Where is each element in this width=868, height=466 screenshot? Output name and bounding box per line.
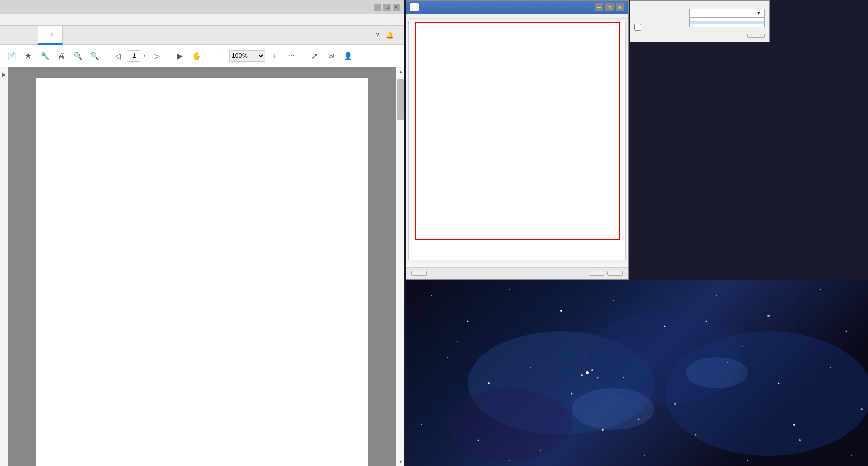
wizard-finish-button[interactable]	[589, 271, 604, 276]
pdf-col2	[210, 98, 342, 104]
divider-1	[106, 51, 106, 61]
pdf-left-sidebar: ▶	[0, 67, 8, 466]
tools-button[interactable]: 🔧	[37, 49, 52, 63]
page-number-input[interactable]	[127, 50, 141, 62]
space-background	[406, 280, 868, 466]
close-button[interactable]: ✕	[393, 4, 400, 11]
zoom-in-btn2[interactable]: +	[267, 49, 282, 63]
scraping-method-dropdown[interactable]: ▼	[689, 9, 765, 18]
svg-point-19	[674, 403, 676, 405]
zoom-out-btn2[interactable]: −	[212, 49, 227, 63]
hand-tool[interactable]: ✋	[189, 49, 204, 63]
dropdown-item-ocr[interactable]	[690, 24, 764, 27]
svg-point-25	[478, 440, 479, 441]
scroll-up-icon[interactable]: ▲	[396, 67, 404, 76]
svg-point-28	[644, 455, 645, 456]
wizard-close-button[interactable]: ✕	[616, 3, 624, 11]
svg-point-7	[560, 310, 562, 312]
tab-bar-right: ? 🔔	[376, 31, 400, 39]
dropdown-display[interactable]: ▼	[689, 9, 765, 18]
svg-point-8	[613, 300, 614, 301]
pdf-viewer: ─ □ ✕ ✕ ? 🔔 📄 ★ 🔧	[0, 0, 404, 466]
svg-point-2	[447, 388, 572, 461]
tab-document[interactable]: ✕	[38, 26, 63, 45]
scroll-thumb[interactable]	[397, 79, 404, 120]
sidebar-expand-icon[interactable]: ▶	[2, 71, 6, 77]
svg-point-4	[431, 295, 432, 296]
bookmark-button[interactable]: ★	[21, 49, 35, 63]
dropdown-arrow-icon: ▼	[756, 10, 761, 16]
pdf-page	[36, 78, 368, 466]
title-bar-controls: ─ □ ✕	[374, 4, 400, 11]
svg-point-5	[467, 321, 469, 322]
svg-point-39	[742, 346, 743, 347]
mail-button[interactable]: ✉	[324, 49, 338, 63]
wizard-preview-label	[406, 14, 628, 19]
svg-point-30	[747, 460, 748, 461]
pdf-col1	[62, 98, 194, 104]
svg-point-31	[799, 439, 801, 441]
help-icon[interactable]: ?	[376, 31, 379, 39]
user-button[interactable]: 👤	[340, 49, 355, 63]
zoom-out-button[interactable]: 🔍	[70, 49, 85, 63]
divider-4	[303, 51, 303, 61]
tab-bar: ✕ ? 🔔	[0, 26, 404, 45]
minimize-button[interactable]: ─	[374, 4, 381, 11]
tab-home[interactable]	[4, 26, 21, 45]
wizard-logo	[410, 3, 419, 11]
wizard-help-button[interactable]	[411, 271, 427, 276]
svg-point-10	[716, 295, 717, 296]
prev-page-button[interactable]: ◁	[110, 49, 125, 63]
svg-point-41	[509, 460, 510, 461]
svg-point-22	[830, 367, 831, 368]
svg-point-13	[846, 331, 847, 332]
scroll-down-icon[interactable]: ▼	[396, 458, 404, 466]
svg-point-21	[778, 383, 780, 384]
pdf-scrollbar[interactable]: ▲ ▼	[396, 67, 404, 466]
select-tool[interactable]: ▶	[173, 49, 187, 63]
svg-point-42	[706, 321, 707, 322]
more-tools[interactable]: ⋯	[284, 49, 298, 63]
refresh-button[interactable]	[747, 34, 765, 38]
scraping-options-panel: ▼	[630, 0, 770, 42]
svg-point-18	[623, 377, 624, 378]
svg-point-23	[861, 408, 863, 410]
pdf-columns-lower	[62, 135, 342, 140]
zoom-in-button[interactable]: 🔍	[87, 49, 102, 63]
wizard-copy-button[interactable]	[607, 271, 623, 276]
svg-point-36	[597, 377, 599, 379]
tab-tools[interactable]	[21, 26, 38, 45]
wizard-title-left	[410, 3, 422, 11]
notification-icon[interactable]: 🔔	[386, 31, 394, 39]
title-bar: ─ □ ✕	[0, 0, 404, 14]
maximize-button[interactable]: □	[383, 4, 391, 11]
wizard-maximize-button[interactable]: □	[605, 3, 614, 11]
page-separator: /	[144, 53, 145, 59]
wizard-title-bar: ─ □ ✕	[406, 1, 628, 14]
share-button[interactable]: ↗	[307, 49, 322, 63]
svg-point-43	[572, 388, 654, 430]
svg-point-32	[851, 455, 852, 456]
svg-point-40	[793, 424, 795, 426]
next-page-button[interactable]: ▷	[149, 49, 164, 63]
ignore-hidden-checkbox[interactable]	[634, 24, 641, 31]
wizard-preview-area	[408, 21, 626, 260]
dropdown-list	[689, 18, 765, 27]
tab-close-icon[interactable]: ✕	[50, 32, 54, 37]
svg-point-24	[421, 424, 422, 425]
svg-point-37	[457, 341, 458, 342]
create-button[interactable]: 📄	[4, 49, 19, 63]
wizard-footer	[406, 267, 628, 279]
zoom-select[interactable]: 100% 75% 125%	[229, 50, 265, 62]
stars-svg	[406, 280, 868, 466]
svg-point-12	[820, 289, 821, 290]
svg-point-33	[586, 371, 589, 374]
svg-point-26	[540, 450, 541, 451]
svg-point-11	[767, 315, 770, 317]
wizard-right-buttons	[589, 271, 623, 276]
screen-scraper-wizard: ─ □ ✕	[406, 0, 629, 280]
pdf-content-area: ▶	[0, 67, 404, 466]
wizard-minimize-button[interactable]: ─	[595, 3, 603, 11]
print-button[interactable]: 🖨	[54, 49, 68, 63]
svg-point-17	[571, 393, 573, 395]
